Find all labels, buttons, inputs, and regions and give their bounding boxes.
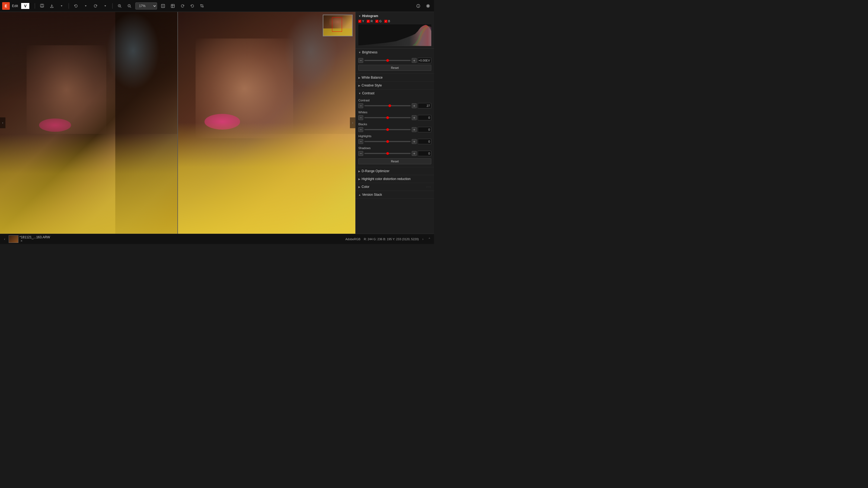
shadows-thumb[interactable] — [386, 152, 389, 155]
contrast-section: ▼ Contrast Contrast − + 27 — [355, 90, 434, 167]
channel-g-checkbox[interactable]: ✓ — [375, 20, 378, 23]
svg-rect-1 — [41, 4, 43, 5]
separator-1 — [35, 3, 35, 9]
highlights-plus[interactable]: + — [412, 139, 416, 144]
highlights-track[interactable] — [364, 141, 411, 142]
blacks-track[interactable] — [364, 129, 411, 130]
zoom-out-button[interactable] — [126, 2, 133, 10]
filmstrip-prev-button[interactable]: ‹ — [2, 237, 7, 241]
export-dropdown-button[interactable] — [58, 2, 65, 10]
color-arrow: ▶ — [358, 186, 361, 188]
save-button[interactable] — [38, 2, 46, 10]
contrast-thumb[interactable] — [389, 104, 391, 107]
color-section[interactable]: ▶ Color ···· — [355, 183, 434, 191]
contrast-minus[interactable]: − — [358, 103, 363, 108]
brightness-plus[interactable]: + — [412, 58, 416, 63]
channel-r-checkbox[interactable]: ✓ — [367, 20, 370, 23]
channel-b-checkbox[interactable]: ✓ — [384, 20, 388, 23]
highlights-slider-section: Highlights − + 0 — [358, 134, 431, 144]
contrast-reset-button[interactable]: Reset — [358, 158, 431, 164]
contrast-arrow: ▼ — [358, 92, 361, 95]
brightness-reset-button[interactable]: Reset — [358, 65, 431, 71]
image-split-view — [0, 12, 355, 234]
version-stack-section[interactable]: ▲ Version Stack — [355, 191, 434, 199]
filmstrip-thumbnail[interactable] — [9, 235, 19, 243]
fit-button[interactable] — [159, 2, 167, 10]
creative-style-section[interactable]: ▶ Creative Style — [355, 82, 434, 90]
highlights-value[interactable]: 0 — [418, 139, 431, 144]
brightness-track[interactable] — [364, 60, 411, 61]
topbar: E Edit V 6%8%11%17% 25%33%50%75% 100%200… — [0, 0, 434, 12]
content-area: ‹ — [0, 12, 434, 234]
whites-thumb[interactable] — [386, 116, 389, 119]
crop-button[interactable] — [198, 2, 206, 10]
zoom-select[interactable]: 6%8%11%17% 25%33%50%75% 100%200% — [135, 2, 157, 9]
redo-button[interactable] — [92, 2, 99, 10]
svg-rect-6 — [171, 4, 175, 8]
channel-r[interactable]: ✓ R — [367, 20, 373, 23]
highlight-reduction-arrow: ▶ — [358, 177, 361, 181]
histogram-section: ▼ Histogram ✓ Y ✓ R ✓ G ✓ B — [355, 12, 434, 48]
shadows-value[interactable]: 0 — [418, 151, 431, 156]
pixel-color-info: AdobeRGB R: 244 G: 236 B: 195 Y: 233 (31… — [345, 237, 419, 241]
settings-button[interactable] — [424, 2, 432, 10]
redo-dropdown-button[interactable] — [101, 2, 109, 10]
blacks-minus[interactable]: − — [358, 127, 363, 132]
blacks-value[interactable]: 0 — [418, 127, 431, 132]
channel-g[interactable]: ✓ G — [375, 20, 382, 23]
prev-image-button[interactable]: ‹ — [0, 118, 5, 128]
histogram-canvas — [358, 24, 431, 46]
whites-slider-controls: − + 0 — [358, 115, 431, 120]
next-image-button[interactable]: › — [350, 118, 355, 128]
whites-minus[interactable]: − — [358, 115, 363, 120]
brightness-value[interactable]: +0.00EV — [418, 58, 431, 63]
d-range-arrow: ▶ — [358, 170, 361, 173]
whites-value[interactable]: 0 — [418, 115, 431, 120]
highlight-reduction-title: Highlight color distortion reduction — [362, 177, 411, 181]
channel-y-checkbox[interactable]: ✓ — [358, 20, 361, 23]
grid-button[interactable] — [169, 2, 177, 10]
export-button[interactable] — [48, 2, 56, 10]
shadows-slider-controls: − + 0 — [358, 151, 431, 156]
contrast-header[interactable]: ▼ Contrast — [355, 90, 434, 97]
shadows-plus[interactable]: + — [412, 151, 416, 156]
blacks-plus[interactable]: + — [412, 127, 416, 132]
channel-b[interactable]: ✓ B — [384, 20, 390, 23]
blacks-label: Blacks — [358, 123, 431, 126]
zoom-in-button[interactable] — [116, 2, 123, 10]
highlights-minus[interactable]: − — [358, 139, 363, 144]
filmstrip-next-button[interactable]: › — [421, 237, 425, 241]
brightness-minus[interactable]: − — [358, 58, 363, 63]
rotate-ccw-button[interactable] — [188, 2, 196, 10]
close-file-button[interactable]: ✕ — [20, 239, 23, 243]
undo-dropdown-button[interactable] — [82, 2, 90, 10]
contrast-track[interactable] — [364, 105, 411, 106]
color-title: Color — [362, 185, 369, 189]
undo-button[interactable] — [72, 2, 80, 10]
highlight-reduction-section[interactable]: ▶ Highlight color distortion reduction — [355, 175, 434, 183]
info-button[interactable] — [414, 2, 422, 10]
contrast-body: Contrast − + 27 Whites − — [355, 97, 434, 167]
d-range-section[interactable]: ▶ D-Range Optimizer — [355, 167, 434, 175]
shadows-track[interactable] — [364, 153, 411, 154]
rotate-cw-button[interactable] — [179, 2, 186, 10]
white-balance-title: White Balance — [362, 76, 382, 79]
whites-plus[interactable]: + — [412, 115, 416, 120]
white-balance-section[interactable]: ▶ White Balance — [355, 74, 434, 82]
contrast-value[interactable]: 27 — [418, 103, 431, 108]
whites-label: Whites — [358, 110, 431, 114]
app-logo: E — [2, 2, 10, 10]
histogram-arrow[interactable]: ▼ — [358, 14, 361, 18]
filename: *181121_...163.ARW — [20, 235, 50, 239]
brightness-header[interactable]: ▼ Brightness — [355, 48, 434, 56]
highlights-thumb[interactable] — [386, 140, 389, 143]
brightness-thumb[interactable] — [386, 59, 389, 62]
panel-toggle-button[interactable]: ⌃ — [427, 237, 432, 241]
color-dots: ···· — [426, 186, 431, 188]
whites-track[interactable] — [364, 117, 411, 118]
shadows-minus[interactable]: − — [358, 151, 363, 156]
blacks-thumb[interactable] — [386, 128, 389, 131]
channel-y[interactable]: ✓ Y — [358, 20, 364, 23]
contrast-slider-controls: − + 27 — [358, 103, 431, 108]
contrast-plus[interactable]: + — [412, 103, 416, 108]
